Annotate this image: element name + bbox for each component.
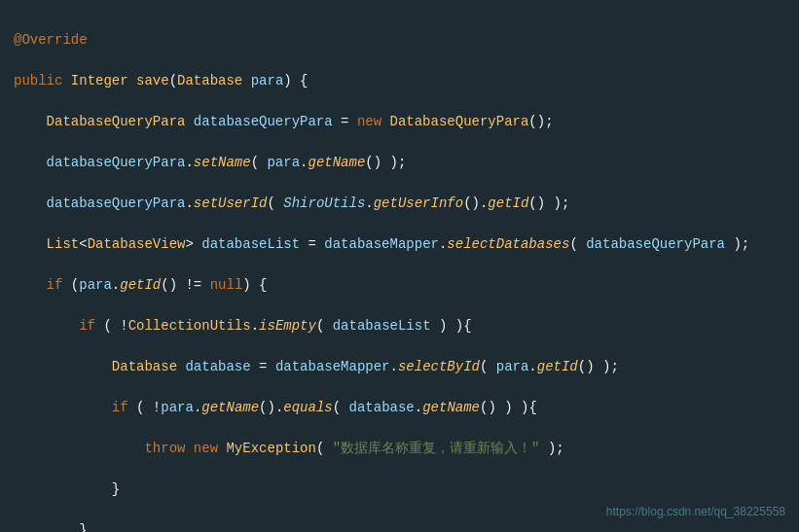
code-line-6: List<DatabaseView> databaseList = databa… xyxy=(14,234,785,255)
code-line-11: throw new MyException( "数据库名称重复，请重新输入！" … xyxy=(14,439,785,459)
code-line-8: if ( !CollectionUtils.isEmpty( databaseL… xyxy=(14,316,785,337)
code-line-3: DatabaseQueryPara databaseQueryPara = ne… xyxy=(14,112,785,132)
code-line-12: } xyxy=(14,479,785,500)
watermark-text: https://blog.csdn.net/qq_38225558 xyxy=(606,502,785,522)
code-line-4: databaseQueryPara.setName( para.getName(… xyxy=(14,153,785,173)
code-editor: @Override public Integer save(Database p… xyxy=(0,0,799,532)
code-line-7: if (para.getId() != null) { xyxy=(14,275,785,296)
code-line-5: databaseQueryPara.setUserId( ShiroUtils.… xyxy=(14,194,785,214)
code-line-9: Database database = databaseMapper.selec… xyxy=(14,357,785,377)
code-line-2: public Integer save(Database para) { xyxy=(14,71,785,91)
code-line-1: @Override xyxy=(14,30,785,51)
code-line-10: if ( !para.getName().equals( database.ge… xyxy=(14,398,785,418)
